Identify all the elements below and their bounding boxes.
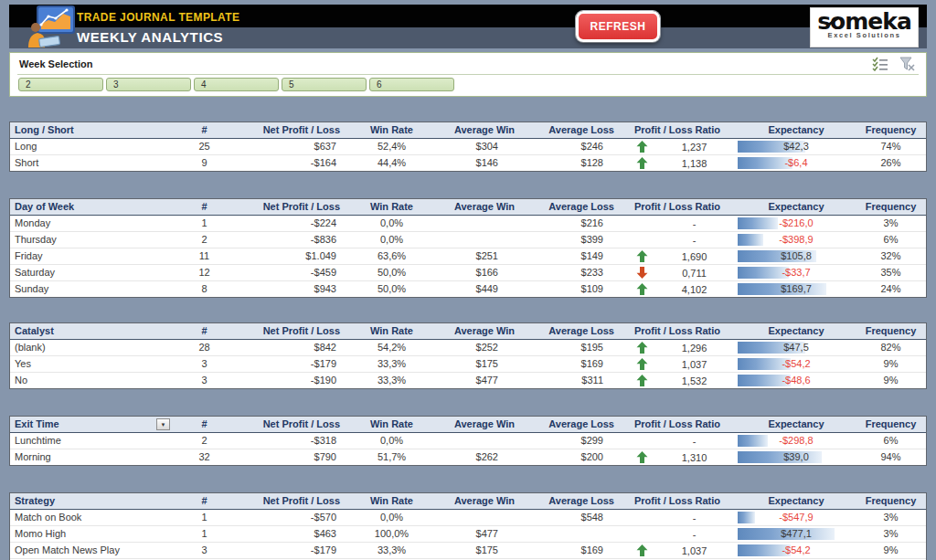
column-header: Average Win <box>440 417 522 432</box>
week-button-6[interactable]: 6 <box>369 78 454 91</box>
average-win: $262 <box>440 449 522 465</box>
net-profit-loss: -$190 <box>229 373 344 388</box>
expectancy-value: $477,1 <box>737 526 856 541</box>
average-loss: $311 <box>522 373 618 388</box>
trade-count: 1 <box>179 526 229 542</box>
net-profit-loss: -$164 <box>229 155 344 171</box>
average-win <box>440 232 522 248</box>
expectancy-cell: -$398,9 <box>737 232 856 248</box>
profit-loss-ratio: 1,037 <box>618 356 737 372</box>
average-win <box>440 216 522 231</box>
column-header: Net Profit / Loss <box>229 199 344 215</box>
net-profit-loss: -$179 <box>229 543 344 558</box>
week-button-5[interactable]: 5 <box>282 78 367 91</box>
trader-chart-icon <box>27 5 76 48</box>
ratio-value: 1,138 <box>652 156 737 171</box>
net-profit-loss: $943 <box>229 281 344 297</box>
average-win: $175 <box>440 356 522 372</box>
profit-loss-ratio: 4,102 <box>618 281 737 297</box>
expectancy-cell: -$33,7 <box>737 265 856 280</box>
expectancy-value: $169,7 <box>737 281 856 296</box>
row-label: Momo High <box>10 526 179 542</box>
table-title: Exit Time▼ <box>10 417 179 432</box>
column-header: Win Rate <box>344 493 440 509</box>
column-header: # <box>179 199 229 215</box>
average-win: $166 <box>440 265 522 280</box>
clear-filter-icon[interactable] <box>899 57 915 75</box>
column-header: Frequency <box>856 493 926 509</box>
week-button-4[interactable]: 4 <box>194 78 279 91</box>
column-header: # <box>179 323 229 339</box>
week-buttons: 23456 <box>18 78 454 91</box>
expectancy-value: -$298,8 <box>737 433 856 448</box>
table-catalyst: Catalyst#Net Profit / LossWin RateAverag… <box>9 322 927 389</box>
column-header: Average Win <box>440 493 522 509</box>
frequency: 9% <box>856 543 926 558</box>
column-header: Expectancy <box>737 493 856 509</box>
up-arrow-icon <box>636 375 652 386</box>
ratio-value: 0,711 <box>652 266 737 280</box>
column-header: Frequency <box>856 199 926 215</box>
column-header: Average Win <box>440 199 522 215</box>
win-rate: 33,3% <box>344 543 440 558</box>
column-header: Frequency <box>856 323 926 339</box>
table-row: Thursday2-$8360,0%$399--$398,96% <box>10 232 926 248</box>
table-title: Day of Week <box>10 199 179 215</box>
frequency: 9% <box>856 373 926 388</box>
row-label: Monday <box>10 216 179 231</box>
column-header: # <box>179 417 229 432</box>
column-header: Win Rate <box>344 199 440 215</box>
frequency: 3% <box>856 216 926 231</box>
week-selection-title: Week Selection <box>19 58 93 69</box>
average-loss: $246 <box>522 139 618 154</box>
frequency: 24% <box>856 281 926 297</box>
trade-count: 12 <box>179 265 229 280</box>
ratio-value: 1,310 <box>652 450 737 465</box>
column-header: Average Win <box>440 122 522 138</box>
no-ratio-icon <box>636 512 652 523</box>
ratio-value: - <box>652 217 737 231</box>
profit-loss-ratio: - <box>618 216 737 231</box>
ratio-value: 1,296 <box>652 341 737 355</box>
column-header: Frequency <box>856 417 926 432</box>
net-profit-loss: $1.049 <box>229 248 344 264</box>
column-header: Net Profit / Loss <box>229 417 344 432</box>
average-loss: $200 <box>522 449 618 465</box>
average-win: $175 <box>440 543 522 558</box>
multiselect-icon[interactable] <box>872 57 888 75</box>
win-rate: 100,0% <box>344 526 440 542</box>
row-label: (blank) <box>10 340 179 355</box>
average-loss <box>522 526 618 542</box>
ratio-value: - <box>652 527 737 542</box>
up-arrow-icon <box>636 250 652 262</box>
row-label: Yes <box>10 356 179 372</box>
row-label: Short <box>10 155 179 171</box>
expectancy-value: -$6,4 <box>737 155 856 170</box>
no-ratio-icon <box>636 234 652 246</box>
expectancy-cell: $39,0 <box>737 449 856 465</box>
table-title: Strategy <box>10 493 179 509</box>
net-profit-loss: -$836 <box>229 232 344 248</box>
column-header: Average Loss <box>522 417 618 432</box>
no-ratio-icon <box>636 217 652 229</box>
week-selection-panel: Week Selection 23456 <box>9 52 927 97</box>
week-button-2[interactable]: 2 <box>18 78 103 91</box>
expectancy-cell: $105,8 <box>737 248 856 264</box>
week-button-3[interactable]: 3 <box>106 78 191 91</box>
up-arrow-icon <box>636 157 652 169</box>
column-header: Frequency <box>856 122 926 138</box>
row-label: Thursday <box>10 232 179 248</box>
win-rate: 33,3% <box>344 373 440 388</box>
table-row: Momo High1$463100,0%$477-$477,13% <box>10 526 926 543</box>
refresh-button[interactable]: REFRESH <box>576 11 660 42</box>
expectancy-cell: -$54,2 <box>737 356 856 372</box>
frequency: 26% <box>856 155 926 171</box>
exit-time-filter-dropdown[interactable]: ▼ <box>156 418 170 430</box>
average-loss: $299 <box>522 433 618 449</box>
column-header: Profit / Loss Ratio <box>618 199 737 215</box>
frequency: 82% <box>856 340 926 355</box>
expectancy-value: -$547,9 <box>737 510 856 524</box>
average-win: $449 <box>440 281 522 297</box>
row-label: Open Match News Play <box>10 543 179 558</box>
win-rate: 51,7% <box>344 449 440 465</box>
